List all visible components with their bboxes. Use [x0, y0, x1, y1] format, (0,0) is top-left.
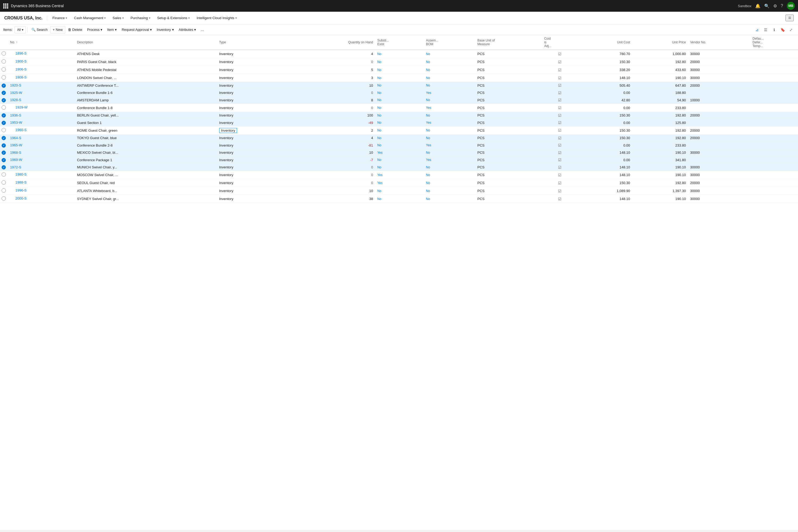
row-checkbox-cell[interactable]: [0, 104, 8, 112]
nav-sales[interactable]: Sales ▾: [109, 12, 127, 24]
attributes-button[interactable]: Attributes ▾: [177, 26, 198, 34]
row-no-link[interactable]: 1964-S: [10, 136, 21, 140]
row-no-link[interactable]: 1996-S: [15, 188, 26, 192]
row-checkbox-cell[interactable]: [0, 119, 8, 127]
col-no[interactable]: No. ↑: [8, 35, 75, 50]
col-assem-bom[interactable]: Assem...BOM: [424, 35, 475, 50]
row-no-link[interactable]: 1972-S: [10, 165, 21, 169]
row-no-link[interactable]: 1925-W: [10, 91, 22, 95]
row-checkbox[interactable]: [2, 188, 6, 193]
row-no-link[interactable]: 1969-W: [10, 158, 22, 162]
notification-icon[interactable]: 🔔: [755, 3, 760, 8]
info-button[interactable]: ℹ: [770, 26, 778, 34]
row-checkbox-cell[interactable]: [0, 97, 8, 104]
row-checkbox[interactable]: [2, 121, 6, 125]
row-no-link[interactable]: 1920-S: [10, 83, 21, 87]
delete-button[interactable]: 🗑 Delete: [66, 26, 84, 34]
row-checkbox-cell[interactable]: [0, 142, 8, 149]
row-checkbox[interactable]: [2, 75, 6, 79]
company-name[interactable]: CRONUS USA, Inc.: [4, 16, 47, 20]
col-default-deferred[interactable]: Defau...Defer...Temp...: [750, 35, 798, 50]
col-base-unit[interactable]: Base Unit ofMeasure: [475, 35, 542, 50]
row-checkbox-cell[interactable]: [0, 195, 8, 203]
row-no-link[interactable]: 1953-W: [10, 120, 22, 125]
row-checkbox[interactable]: [2, 151, 6, 155]
row-checkbox[interactable]: [2, 136, 6, 140]
row-checkbox[interactable]: [2, 165, 6, 169]
row-checkbox-cell[interactable]: [0, 187, 8, 195]
col-description[interactable]: Description: [75, 35, 217, 50]
row-checkbox[interactable]: [2, 67, 6, 72]
process-button[interactable]: Process ▾: [85, 26, 104, 34]
row-checkbox-cell[interactable]: [0, 89, 8, 97]
col-qty[interactable]: Quantity on Hand: [285, 35, 375, 50]
inventory-button[interactable]: Inventory ▾: [155, 26, 176, 34]
row-checkbox-cell[interactable]: [0, 156, 8, 164]
filter-all-button[interactable]: All ▾: [15, 26, 25, 34]
row-no-link[interactable]: 1980-S: [15, 172, 26, 176]
row-no-link[interactable]: 1896-S: [15, 51, 26, 55]
search-button[interactable]: 🔍 Search: [29, 26, 50, 34]
row-no-link[interactable]: 1968-S: [10, 151, 21, 155]
col-type[interactable]: Type: [217, 35, 285, 50]
nav-setup-extensions[interactable]: Setup & Extensions ▾: [154, 12, 193, 24]
nav-more-button[interactable]: ≡: [785, 15, 794, 21]
expand-button[interactable]: ⤢: [787, 26, 795, 34]
row-checkbox[interactable]: [2, 105, 6, 110]
row-checkbox[interactable]: [2, 113, 6, 118]
item-button[interactable]: Item ▾: [105, 26, 119, 34]
nav-purchasing[interactable]: Purchasing ▾: [128, 12, 153, 24]
row-no-link[interactable]: 1906-S: [15, 67, 26, 71]
col-subst[interactable]: Substi...Exist: [375, 35, 424, 50]
row-checkbox[interactable]: [2, 144, 6, 148]
nav-cash-management[interactable]: Cash Management ▾: [71, 12, 109, 24]
bookmark-button[interactable]: 🔖: [779, 26, 786, 34]
row-checkbox[interactable]: [2, 128, 6, 132]
row-no-link[interactable]: 1928-S: [10, 98, 21, 102]
row-no-link[interactable]: 1965-W: [10, 143, 22, 147]
row-checkbox-cell[interactable]: [0, 134, 8, 142]
row-checkbox-cell[interactable]: [0, 58, 8, 66]
row-checkbox-cell[interactable]: [0, 50, 8, 58]
col-unit-price[interactable]: Unit Price: [632, 35, 688, 50]
row-no-link[interactable]: 1900-S: [15, 59, 26, 63]
row-checkbox-cell[interactable]: [0, 112, 8, 119]
row-checkbox-cell[interactable]: [0, 179, 8, 187]
row-no-link[interactable]: 1988-S: [15, 180, 26, 184]
col-vendor-no[interactable]: Vendor No.: [688, 35, 750, 50]
filter-icon-button[interactable]: ⊿: [753, 26, 761, 34]
row-checkbox-cell[interactable]: [0, 74, 8, 82]
col-cost-adj[interactable]: CostisAdj...: [542, 35, 578, 50]
row-checkbox-cell[interactable]: [0, 66, 8, 74]
settings-icon[interactable]: ⚙: [773, 3, 777, 8]
help-icon[interactable]: ?: [781, 3, 783, 8]
col-unit-cost[interactable]: Unit Cost: [577, 35, 632, 50]
row-checkbox-cell[interactable]: [0, 164, 8, 171]
row-no-link[interactable]: 1936-S: [10, 113, 21, 117]
row-checkbox[interactable]: [2, 172, 6, 177]
row-no-link[interactable]: 2000-S: [15, 196, 26, 200]
row-no-link[interactable]: 1929-W: [15, 105, 28, 109]
user-avatar[interactable]: MB: [787, 2, 795, 10]
row-checkbox[interactable]: [2, 83, 6, 88]
new-button[interactable]: + New: [50, 26, 65, 34]
nav-intelligent-cloud[interactable]: Intelligent Cloud Insights ▾: [193, 12, 240, 24]
row-checkbox[interactable]: [2, 51, 6, 56]
row-checkbox[interactable]: [2, 180, 6, 185]
more-options-button[interactable]: ...: [199, 26, 206, 34]
row-no-link[interactable]: 1908-S: [15, 75, 26, 79]
nav-finance[interactable]: Finance ▾: [49, 12, 70, 24]
row-no-link[interactable]: 1960-S: [15, 128, 26, 132]
row-checkbox-cell[interactable]: [0, 82, 8, 89]
request-approval-button[interactable]: Request Approval ▾: [119, 26, 154, 34]
row-checkbox-cell[interactable]: [0, 149, 8, 156]
row-checkbox[interactable]: [2, 98, 6, 102]
app-grid-icon[interactable]: [3, 3, 8, 8]
search-icon[interactable]: 🔍: [764, 3, 770, 8]
row-checkbox-cell[interactable]: [0, 126, 8, 134]
row-checkbox[interactable]: [2, 59, 6, 63]
row-checkbox[interactable]: [2, 91, 6, 95]
row-checkbox[interactable]: [2, 196, 6, 201]
row-checkbox-cell[interactable]: [0, 171, 8, 179]
row-checkbox[interactable]: [2, 158, 6, 162]
